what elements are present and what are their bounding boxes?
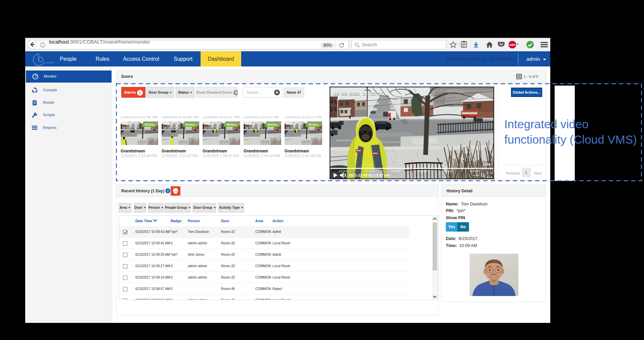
svg-text:ABP: ABP [509, 43, 515, 47]
svg-text:ue access: ue access [43, 61, 54, 64]
